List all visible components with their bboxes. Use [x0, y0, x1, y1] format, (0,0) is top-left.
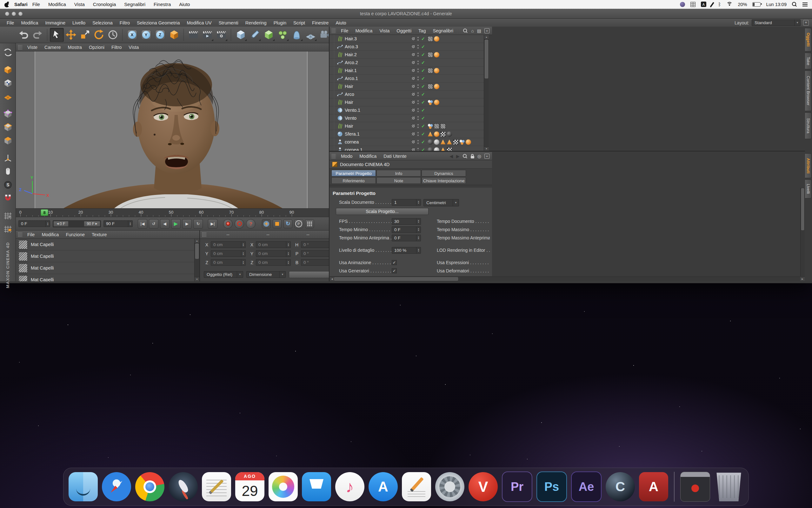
visibility-dots[interactable]	[417, 116, 419, 120]
input-source-icon[interactable]: A	[701, 2, 706, 7]
pencil-icon[interactable]	[711, 2, 714, 6]
enable-axis-button[interactable]	[2, 152, 14, 164]
attribute-horizontal-scrollbar[interactable]: ◀▶	[330, 277, 805, 281]
app-menu-modifica-uv[interactable]: Modifica UV	[183, 20, 215, 26]
app-menu-rendering[interactable]: Rendering	[242, 20, 270, 26]
layer-chip[interactable]	[411, 108, 415, 112]
dock-appstore[interactable]: A	[368, 472, 398, 501]
layout-pin-icon[interactable]: +	[803, 20, 809, 26]
panel-grip[interactable]	[331, 28, 336, 33]
material-thumbnail[interactable]	[18, 252, 28, 261]
spotlight-icon[interactable]	[792, 2, 797, 7]
tag-gray-icon[interactable]	[434, 147, 439, 151]
app-menu-modifica[interactable]: Modifica	[17, 20, 42, 26]
object-row[interactable]: Hair.1✓	[329, 67, 484, 75]
attribute-tab-riferimento[interactable]: Riferimento	[331, 177, 376, 184]
dock-autocad[interactable]: A	[639, 472, 668, 501]
lock-y-axis-button[interactable]: Y	[139, 28, 153, 42]
panel-grip[interactable]	[202, 232, 206, 237]
dock-finder[interactable]	[69, 472, 98, 501]
object-row[interactable]: Hair✓	[329, 83, 484, 90]
visibility-dots[interactable]	[417, 132, 419, 136]
object-row[interactable]: cornea✓	[329, 138, 484, 146]
value-field[interactable]: 0 F▲▼	[392, 226, 421, 233]
search-icon[interactable]	[463, 29, 468, 33]
menubar-item-aiuto[interactable]: Aiuto	[175, 2, 194, 7]
timeline-playhead[interactable]: 8	[41, 209, 48, 216]
last-tool-button[interactable]	[106, 28, 120, 42]
tag-ball-icon[interactable]	[434, 68, 439, 73]
menubar-app-name[interactable]: Safari	[14, 2, 28, 7]
object-manager-scrollbar[interactable]: ▲▼	[484, 35, 489, 151]
enabled-check-icon[interactable]: ✓	[421, 59, 425, 67]
object-row[interactable]: cornea.1✓	[329, 146, 484, 151]
app-menu-script[interactable]: Script	[290, 20, 309, 26]
enabled-check-icon[interactable]: ✓	[421, 67, 425, 74]
app-menu-immagine[interactable]: Immagine	[42, 20, 69, 26]
range-end-handle[interactable]: 90 F▶	[84, 221, 100, 227]
object-manager-menu-tag[interactable]: Tag	[415, 28, 429, 33]
materials-scrollbar[interactable]: ▲▼	[194, 239, 199, 281]
tag-cluster-icon[interactable]	[427, 124, 433, 129]
rotate-tool[interactable]	[92, 28, 106, 42]
side-tab-take[interactable]: Take	[805, 53, 812, 69]
object-manager-menu-modifica[interactable]: Modifica	[352, 28, 376, 33]
enabled-check-icon[interactable]: ✓	[421, 35, 425, 43]
object-row[interactable]: Hair.2✓	[329, 51, 484, 59]
layer-chip[interactable]	[411, 124, 415, 128]
frame-range-slider[interactable]: ◀0 F90 F▶	[53, 220, 101, 227]
visibility-dots[interactable]	[417, 140, 419, 144]
tag-texture-icon[interactable]	[434, 124, 439, 129]
key-position-button[interactable]: +	[262, 219, 271, 228]
polygons-mode-button[interactable]	[2, 135, 14, 147]
attribute-tab-note[interactable]: Note	[376, 177, 421, 184]
scale-document-field[interactable]: 1▲▼	[392, 199, 421, 206]
range-start-handle[interactable]: ◀0 F	[53, 221, 69, 227]
object-row[interactable]: Vento✓	[329, 114, 484, 122]
tag-ball-icon[interactable]	[434, 84, 439, 89]
history-forward-icon[interactable]: ▶	[456, 154, 460, 159]
tag-texture-icon[interactable]	[427, 68, 433, 73]
dock-chrome[interactable]	[135, 472, 165, 501]
tag-ball-icon[interactable]	[434, 52, 439, 57]
coordinate-size-field[interactable]: 0 cm▲▼	[256, 259, 291, 266]
app-menu-strumenti[interactable]: Strumenti	[215, 20, 242, 26]
coordinate-position-field[interactable]: 0 cm▲▼	[211, 241, 246, 248]
layer-chip[interactable]	[411, 84, 415, 88]
notification-center-icon[interactable]	[803, 3, 808, 6]
app-menu-seleziona[interactable]: Seleziona	[89, 20, 116, 26]
texture-mode-button[interactable]	[2, 77, 14, 89]
add-environment-button[interactable]	[304, 28, 317, 42]
object-row[interactable]: Arco.1✓	[329, 75, 484, 83]
dock-safari[interactable]	[102, 472, 131, 501]
scale-unit-dropdown[interactable]: Centimetri▼	[423, 199, 459, 206]
visibility-dots[interactable]	[417, 45, 419, 49]
tag-ball-icon[interactable]	[434, 131, 439, 137]
object-manager-menu-file[interactable]: File	[337, 28, 352, 33]
redo-button[interactable]	[31, 28, 44, 42]
undo-button[interactable]	[16, 28, 31, 42]
attribute-menu-modifica[interactable]: Modifica	[356, 154, 380, 159]
object-manager-menu-segnalibri[interactable]: Segnalibri	[430, 28, 457, 33]
add-generator-button[interactable]	[275, 28, 289, 42]
app-menu-seleziona-geometria[interactable]: Seleziona Geometria	[133, 20, 183, 26]
material-thumbnail[interactable]	[18, 240, 28, 249]
autokey-button[interactable]	[235, 219, 244, 228]
value-field[interactable]: 0 F▲▼	[392, 235, 421, 241]
attribute-vertical-scrollbar[interactable]	[800, 187, 805, 276]
dock-after-effects[interactable]: Ae	[571, 471, 601, 502]
material-thumbnail[interactable]	[18, 275, 28, 282]
layer-chip[interactable]	[411, 140, 415, 144]
add-subdivision-button[interactable]	[262, 28, 275, 42]
bluetooth-icon[interactable]: ᛒ	[718, 2, 721, 7]
key-scale-button[interactable]	[273, 219, 281, 228]
enabled-check-icon[interactable]: ✓	[421, 114, 425, 122]
object-row[interactable]: Arco.3✓	[329, 43, 484, 51]
material-row[interactable]: Mat Capelli	[16, 274, 194, 281]
move-tool[interactable]	[64, 28, 78, 42]
viewport-menu-vista[interactable]: Vista	[125, 45, 142, 50]
tag-gray-icon[interactable]	[434, 139, 439, 145]
side-tab-content-browser[interactable]: Content Browser	[805, 71, 812, 111]
visibility-dots[interactable]	[417, 37, 419, 41]
panel-grip[interactable]	[18, 232, 22, 237]
